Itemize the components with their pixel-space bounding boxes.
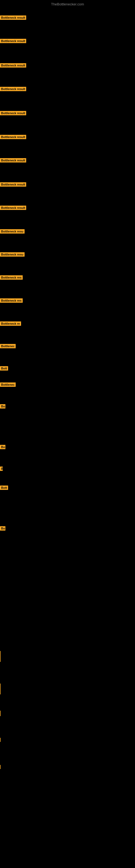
bottleneck-result-label: Bott [0,486,8,490]
bottleneck-result-label: Bottleneck result [0,135,26,139]
bottleneck-result-label: Bottleneck re [0,321,21,326]
bottleneck-result-label: Bottleneck result [0,63,26,67]
bottleneck-result-label: Bottleneck result [0,158,26,162]
vertical-indicator-line [0,738,1,742]
bottleneck-result-label: B [0,467,3,471]
vertical-indicator-line [0,651,1,662]
vertical-indicator-line [0,684,1,694]
bottleneck-result-label: Bottleneck result [0,16,26,20]
bottleneck-result-label: Bottleneck result [0,87,26,91]
bottleneck-result-label: Bottleneck res [0,275,23,280]
bottleneck-result-label: Bottleneck resu [0,229,25,234]
site-title: TheBottlenecker.com [0,0,135,7]
bottleneck-result-label: Bottleneck res [0,299,23,303]
bottleneck-result-label: Bo [0,526,5,531]
bottleneck-result-label: Bottleneck result [0,111,26,115]
bottleneck-result-label: Bottleneck result [0,182,26,187]
vertical-indicator-line [0,711,1,716]
bottleneck-result-label: Bottleneck result [0,206,26,210]
bottleneck-result-label: Bott [0,366,8,371]
bottleneck-result-label: Bottleneck resu [0,252,25,257]
bottleneck-result-label: Bottleneck result [0,39,26,43]
bottleneck-result-label: Bo [0,445,5,449]
bottleneck-result-label: Bottlenec [0,382,16,387]
bottleneck-result-label: Bo [0,404,5,408]
vertical-indicator-line [0,765,1,769]
bottleneck-result-label: Bottlenec [0,344,16,348]
